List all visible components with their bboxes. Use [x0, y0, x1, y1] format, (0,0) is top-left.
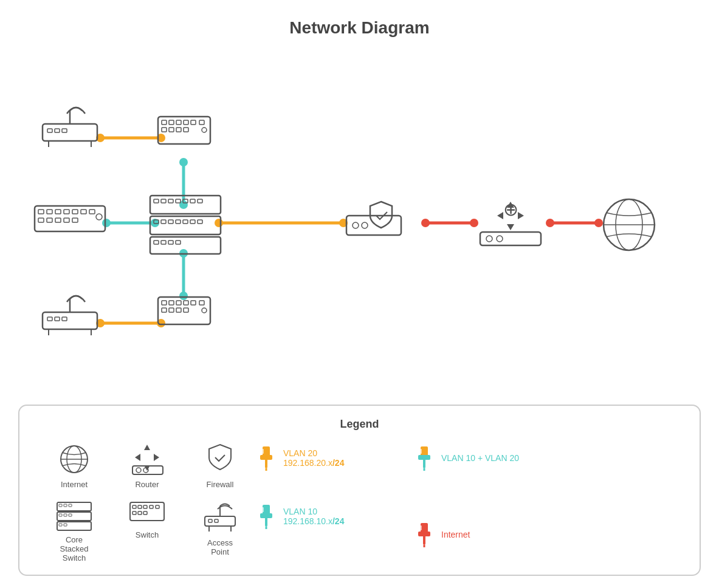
- svg-rect-66: [154, 220, 159, 224]
- svg-rect-95: [55, 317, 60, 321]
- svg-point-87: [486, 236, 492, 242]
- svg-rect-107: [184, 308, 188, 312]
- legend-internet: Internet: [38, 443, 111, 489]
- svg-rect-70: [183, 220, 188, 224]
- legend-router-label: Router: [135, 480, 159, 489]
- svg-point-4: [179, 158, 188, 166]
- legend-vlan20: VLAN 20 192.168.20.x/24: [256, 443, 415, 473]
- legend-vlan10: VLAN 10 192.168.10.x/24: [256, 501, 415, 532]
- network-diagram: ⊕: [0, 44, 719, 366]
- svg-rect-134: [69, 504, 72, 507]
- svg-rect-138: [69, 514, 72, 516]
- svg-rect-100: [162, 301, 167, 305]
- svg-rect-76: [168, 241, 173, 244]
- legend-box: Legend Internet Ro: [18, 405, 701, 576]
- svg-rect-136: [59, 514, 62, 516]
- legend-firewall-label: Firewall: [207, 480, 234, 489]
- svg-rect-37: [169, 128, 174, 132]
- device-internet: [599, 196, 659, 253]
- legend-core-switch-label: Core Stacked Switch: [60, 535, 89, 562]
- svg-rect-47: [64, 210, 69, 214]
- svg-rect-101: [169, 301, 174, 305]
- svg-rect-108: [191, 301, 196, 305]
- svg-rect-48: [72, 210, 78, 214]
- svg-rect-40: [191, 120, 196, 125]
- svg-rect-50: [38, 218, 44, 222]
- device-core-switch: [149, 194, 222, 255]
- svg-rect-67: [161, 220, 166, 224]
- svg-marker-84: [497, 212, 503, 219]
- svg-rect-152: [205, 516, 235, 526]
- svg-rect-61: [176, 199, 181, 203]
- svg-rect-69: [176, 220, 181, 224]
- svg-rect-63: [190, 199, 195, 203]
- svg-rect-49: [81, 210, 86, 214]
- device-ap-top: [36, 104, 103, 153]
- svg-point-110: [202, 308, 207, 313]
- legend-access-point: Access Point: [184, 501, 256, 562]
- legend-firewall: Firewall: [184, 443, 256, 489]
- legend-title: Legend: [38, 418, 681, 431]
- svg-rect-34: [176, 120, 181, 125]
- device-router: ⊕: [474, 199, 547, 247]
- svg-rect-141: [64, 524, 67, 526]
- svg-rect-51: [47, 218, 52, 222]
- svg-rect-58: [154, 199, 159, 203]
- legend-vlan10-20-col: VLAN 10 + VLAN 20: [415, 443, 573, 489]
- svg-rect-148: [143, 511, 147, 514]
- svg-rect-75: [161, 241, 166, 244]
- legend-router: Router: [111, 443, 184, 489]
- svg-rect-60: [168, 199, 173, 203]
- svg-rect-72: [198, 220, 202, 224]
- page-title: Network Diagram: [0, 0, 719, 38]
- svg-rect-41: [199, 120, 204, 125]
- svg-marker-117: [154, 454, 159, 461]
- legend-vlan10-20: VLAN 10 + VLAN 20: [415, 443, 573, 473]
- svg-point-42: [202, 128, 207, 132]
- legend-vlan10-20-label: VLAN 10 + VLAN 20: [441, 453, 519, 463]
- legend-vlan20-col: VLAN 20 192.168.20.x/24: [256, 443, 415, 489]
- svg-rect-77: [176, 241, 181, 244]
- device-switch-left: [33, 205, 106, 238]
- legend-internet-cable-col: Internet: [415, 501, 573, 562]
- svg-rect-106: [176, 308, 181, 312]
- svg-rect-149: [150, 505, 153, 508]
- svg-rect-57: [150, 196, 221, 214]
- svg-rect-65: [150, 216, 221, 234]
- svg-rect-44: [38, 210, 44, 214]
- svg-rect-104: [162, 308, 167, 312]
- svg-marker-116: [135, 454, 140, 461]
- svg-rect-46: [55, 210, 61, 214]
- svg-rect-143: [132, 505, 136, 508]
- svg-rect-73: [150, 237, 221, 254]
- svg-rect-45: [47, 210, 52, 214]
- device-ap-bottom: [36, 293, 103, 341]
- svg-rect-153: [208, 519, 212, 522]
- svg-rect-159: [261, 507, 264, 512]
- svg-point-88: [497, 236, 503, 242]
- device-switch-top: [157, 115, 212, 152]
- svg-rect-35: [184, 120, 188, 125]
- svg-rect-137: [64, 514, 67, 516]
- svg-rect-132: [59, 504, 62, 507]
- svg-rect-165: [423, 533, 425, 545]
- device-firewall: [343, 199, 416, 250]
- svg-rect-68: [168, 220, 173, 224]
- legend-internet-label: Internet: [61, 480, 88, 489]
- svg-rect-74: [154, 241, 159, 244]
- svg-rect-128: [419, 449, 422, 454]
- svg-point-80: [362, 222, 368, 228]
- svg-point-56: [96, 214, 102, 220]
- svg-rect-64: [198, 199, 202, 203]
- svg-rect-144: [138, 505, 142, 508]
- legend-switch: Switch: [111, 501, 184, 562]
- legend-vlan10-ip: 192.168.10.x/24: [283, 516, 344, 526]
- svg-marker-85: [518, 212, 524, 219]
- svg-rect-26: [47, 129, 52, 132]
- svg-rect-53: [64, 218, 69, 222]
- svg-rect-147: [138, 511, 142, 514]
- svg-rect-32: [162, 120, 167, 125]
- svg-point-19: [421, 219, 430, 227]
- legend-access-point-label: Access Point: [207, 538, 233, 556]
- svg-marker-114: [144, 445, 150, 450]
